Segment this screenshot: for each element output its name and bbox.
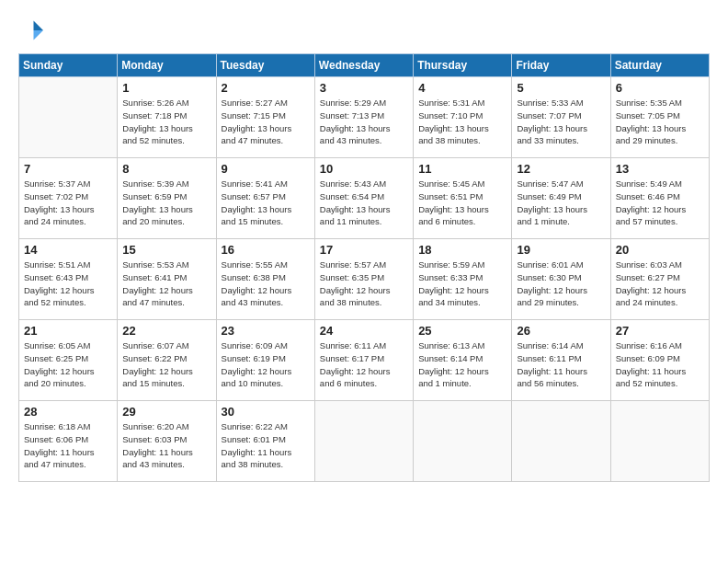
- day-cell: 28Sunrise: 6:18 AM Sunset: 6:06 PM Dayli…: [19, 401, 118, 482]
- day-cell: 1Sunrise: 5:26 AM Sunset: 7:18 PM Daylig…: [118, 77, 216, 158]
- day-info: Sunrise: 5:26 AM Sunset: 7:18 PM Dayligh…: [122, 97, 211, 147]
- day-number: 2: [222, 81, 311, 95]
- calendar-table: SundayMondayTuesdayWednesdayThursdayFrid…: [18, 53, 710, 482]
- day-number: 6: [616, 81, 705, 95]
- day-number: 28: [24, 405, 113, 419]
- day-number: 13: [616, 162, 705, 176]
- day-info: Sunrise: 5:35 AM Sunset: 7:05 PM Dayligh…: [616, 97, 705, 147]
- logo: [18, 17, 50, 44]
- day-info: Sunrise: 6:11 AM Sunset: 6:17 PM Dayligh…: [320, 339, 409, 390]
- weekday-header-saturday: Saturday: [610, 54, 709, 77]
- day-info: Sunrise: 6:13 AM Sunset: 6:14 PM Dayligh…: [418, 339, 507, 390]
- day-cell: 5Sunrise: 5:33 AM Sunset: 7:07 PM Daylig…: [512, 77, 610, 158]
- day-cell: 9Sunrise: 5:41 AM Sunset: 6:57 PM Daylig…: [216, 158, 314, 239]
- day-cell: 23Sunrise: 6:09 AM Sunset: 6:19 PM Dayli…: [216, 320, 314, 401]
- day-cell: [512, 401, 610, 482]
- weekday-header-tuesday: Tuesday: [216, 54, 314, 77]
- day-info: Sunrise: 6:05 AM Sunset: 6:25 PM Dayligh…: [24, 339, 113, 390]
- weekday-header-sunday: Sunday: [19, 54, 118, 77]
- day-cell: [19, 77, 118, 158]
- day-info: Sunrise: 6:01 AM Sunset: 6:30 PM Dayligh…: [517, 259, 606, 309]
- day-number: 14: [24, 243, 113, 257]
- day-info: Sunrise: 6:07 AM Sunset: 6:22 PM Dayligh…: [122, 339, 211, 390]
- day-cell: 6Sunrise: 5:35 AM Sunset: 7:05 PM Daylig…: [610, 77, 709, 158]
- day-cell: 19Sunrise: 6:01 AM Sunset: 6:30 PM Dayli…: [512, 239, 610, 320]
- week-row-5: 28Sunrise: 6:18 AM Sunset: 6:06 PM Dayli…: [19, 401, 710, 482]
- day-cell: 27Sunrise: 6:16 AM Sunset: 6:09 PM Dayli…: [610, 320, 709, 401]
- day-cell: 21Sunrise: 6:05 AM Sunset: 6:25 PM Dayli…: [19, 320, 118, 401]
- day-cell: 4Sunrise: 5:31 AM Sunset: 7:10 PM Daylig…: [414, 77, 512, 158]
- day-number: 18: [418, 243, 507, 257]
- day-number: 26: [517, 324, 606, 338]
- day-number: 5: [517, 81, 606, 95]
- page-header: [18, 17, 710, 44]
- day-cell: 26Sunrise: 6:14 AM Sunset: 6:11 PM Dayli…: [512, 320, 610, 401]
- day-number: 12: [517, 162, 606, 176]
- day-cell: 29Sunrise: 6:20 AM Sunset: 6:03 PM Dayli…: [118, 401, 216, 482]
- day-cell: 16Sunrise: 5:55 AM Sunset: 6:38 PM Dayli…: [216, 239, 314, 320]
- day-info: Sunrise: 5:41 AM Sunset: 6:57 PM Dayligh…: [222, 178, 311, 228]
- day-cell: 8Sunrise: 5:39 AM Sunset: 6:59 PM Daylig…: [118, 158, 216, 239]
- day-info: Sunrise: 5:39 AM Sunset: 6:59 PM Dayligh…: [122, 178, 211, 228]
- day-info: Sunrise: 5:43 AM Sunset: 6:54 PM Dayligh…: [320, 178, 409, 228]
- day-number: 15: [122, 243, 211, 257]
- day-info: Sunrise: 5:57 AM Sunset: 6:35 PM Dayligh…: [320, 259, 409, 309]
- weekday-header-friday: Friday: [512, 54, 610, 77]
- day-cell: 7Sunrise: 5:37 AM Sunset: 7:02 PM Daylig…: [19, 158, 118, 239]
- day-number: 29: [122, 405, 211, 419]
- day-number: 11: [418, 162, 507, 176]
- day-info: Sunrise: 5:53 AM Sunset: 6:41 PM Dayligh…: [122, 259, 211, 309]
- day-info: Sunrise: 5:55 AM Sunset: 6:38 PM Dayligh…: [222, 259, 311, 309]
- day-info: Sunrise: 6:14 AM Sunset: 6:11 PM Dayligh…: [517, 339, 606, 390]
- weekday-header-row: SundayMondayTuesdayWednesdayThursdayFrid…: [19, 54, 710, 77]
- svg-marker-0: [34, 21, 44, 31]
- day-cell: 14Sunrise: 5:51 AM Sunset: 6:43 PM Dayli…: [19, 239, 118, 320]
- day-info: Sunrise: 5:27 AM Sunset: 7:15 PM Dayligh…: [222, 97, 311, 147]
- day-number: 9: [222, 162, 311, 176]
- day-number: 27: [616, 324, 705, 338]
- day-number: 22: [122, 324, 211, 338]
- day-number: 17: [320, 243, 409, 257]
- day-info: Sunrise: 5:29 AM Sunset: 7:13 PM Dayligh…: [320, 97, 409, 147]
- week-row-4: 21Sunrise: 6:05 AM Sunset: 6:25 PM Dayli…: [19, 320, 710, 401]
- week-row-1: 1Sunrise: 5:26 AM Sunset: 7:18 PM Daylig…: [19, 77, 710, 158]
- day-cell: 30Sunrise: 6:22 AM Sunset: 6:01 PM Dayli…: [216, 401, 314, 482]
- day-info: Sunrise: 5:31 AM Sunset: 7:10 PM Dayligh…: [418, 97, 507, 147]
- day-number: 24: [320, 324, 409, 338]
- day-cell: 10Sunrise: 5:43 AM Sunset: 6:54 PM Dayli…: [314, 158, 413, 239]
- day-cell: 24Sunrise: 6:11 AM Sunset: 6:17 PM Dayli…: [314, 320, 413, 401]
- week-row-3: 14Sunrise: 5:51 AM Sunset: 6:43 PM Dayli…: [19, 239, 710, 320]
- day-cell: 2Sunrise: 5:27 AM Sunset: 7:15 PM Daylig…: [216, 77, 314, 158]
- day-cell: 17Sunrise: 5:57 AM Sunset: 6:35 PM Dayli…: [314, 239, 413, 320]
- day-number: 25: [418, 324, 507, 338]
- day-number: 30: [222, 405, 311, 419]
- day-cell: [414, 401, 512, 482]
- day-info: Sunrise: 6:18 AM Sunset: 6:06 PM Dayligh…: [24, 420, 113, 471]
- day-number: 7: [24, 162, 113, 176]
- day-cell: 20Sunrise: 6:03 AM Sunset: 6:27 PM Dayli…: [610, 239, 709, 320]
- day-info: Sunrise: 5:47 AM Sunset: 6:49 PM Dayligh…: [517, 178, 606, 228]
- day-number: 8: [122, 162, 211, 176]
- day-cell: [610, 401, 709, 482]
- day-cell: 15Sunrise: 5:53 AM Sunset: 6:41 PM Dayli…: [118, 239, 216, 320]
- day-info: Sunrise: 6:03 AM Sunset: 6:27 PM Dayligh…: [616, 259, 705, 309]
- day-info: Sunrise: 5:37 AM Sunset: 7:02 PM Dayligh…: [24, 178, 113, 228]
- week-row-2: 7Sunrise: 5:37 AM Sunset: 7:02 PM Daylig…: [19, 158, 710, 239]
- day-info: Sunrise: 5:45 AM Sunset: 6:51 PM Dayligh…: [418, 178, 507, 228]
- day-cell: 11Sunrise: 5:45 AM Sunset: 6:51 PM Dayli…: [414, 158, 512, 239]
- day-cell: 22Sunrise: 6:07 AM Sunset: 6:22 PM Dayli…: [118, 320, 216, 401]
- day-number: 16: [222, 243, 311, 257]
- day-number: 23: [222, 324, 311, 338]
- day-cell: 12Sunrise: 5:47 AM Sunset: 6:49 PM Dayli…: [512, 158, 610, 239]
- day-info: Sunrise: 6:09 AM Sunset: 6:19 PM Dayligh…: [222, 339, 311, 390]
- day-info: Sunrise: 5:51 AM Sunset: 6:43 PM Dayligh…: [24, 259, 113, 309]
- day-info: Sunrise: 5:59 AM Sunset: 6:33 PM Dayligh…: [418, 259, 507, 309]
- weekday-header-wednesday: Wednesday: [314, 54, 413, 77]
- day-info: Sunrise: 6:20 AM Sunset: 6:03 PM Dayligh…: [122, 420, 211, 471]
- day-cell: 25Sunrise: 6:13 AM Sunset: 6:14 PM Dayli…: [414, 320, 512, 401]
- day-number: 1: [122, 81, 211, 95]
- day-cell: 18Sunrise: 5:59 AM Sunset: 6:33 PM Dayli…: [414, 239, 512, 320]
- day-cell: [314, 401, 413, 482]
- day-number: 4: [418, 81, 507, 95]
- day-number: 19: [517, 243, 606, 257]
